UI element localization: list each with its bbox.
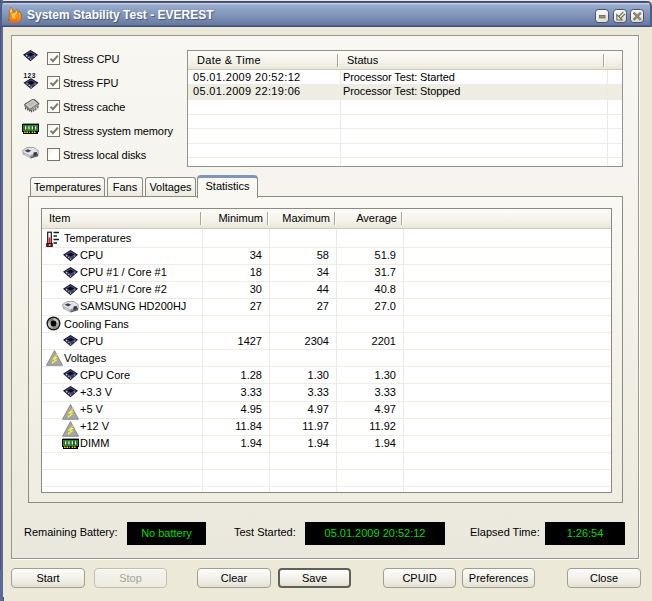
svg-text:123: 123: [23, 72, 36, 79]
